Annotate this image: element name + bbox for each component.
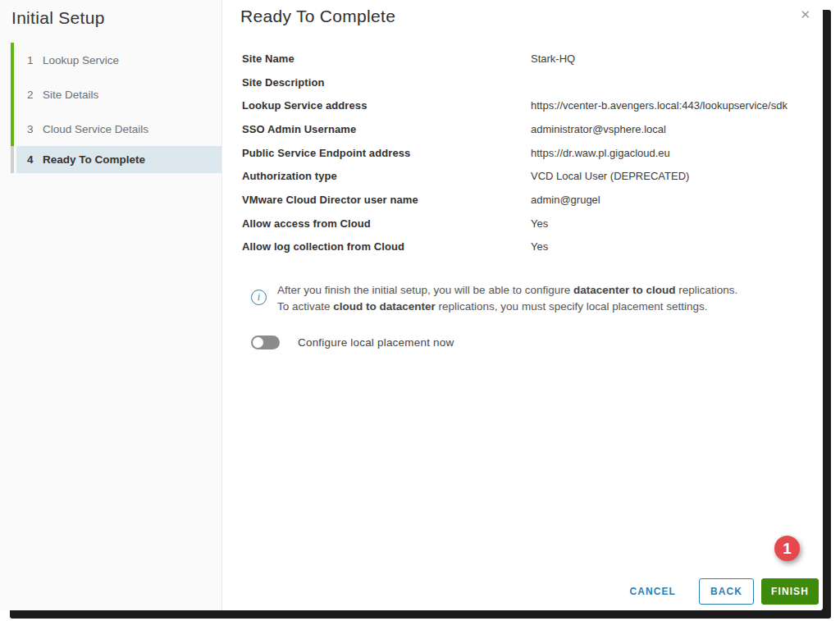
- summary-value: VCD Local User (DEPRECATED): [531, 170, 806, 182]
- summary-label: Site Name: [242, 53, 531, 65]
- step-number: 2: [27, 89, 43, 101]
- wizard-step-site-details[interactable]: 2Site Details: [16, 77, 221, 112]
- step-label: Ready To Complete: [43, 153, 145, 166]
- screen: Initial Setup 1Lookup Service2Site Detai…: [0, 0, 840, 621]
- summary-row: Allow access from CloudYes: [242, 212, 806, 235]
- wizard-footer: CANCEL BACK FINISH: [618, 578, 819, 605]
- summary-label: Public Service Endpoint address: [242, 147, 531, 159]
- summary-label: SSO Admin Username: [242, 123, 531, 135]
- step-label: Cloud Service Details: [43, 123, 148, 135]
- summary-value: Yes: [531, 217, 806, 230]
- step-label: Lookup Service: [43, 54, 119, 66]
- summary-row: Allow log collection from CloudYes: [242, 235, 806, 259]
- step-label: Site Details: [43, 89, 98, 101]
- info-note: i After you finish the initial setup, yo…: [251, 282, 764, 315]
- info-note-text: After you finish the initial setup, you …: [277, 282, 737, 315]
- summary-label: Site Description: [242, 76, 531, 89]
- step-number: 3: [27, 123, 43, 135]
- page-title: Ready To Complete: [222, 0, 823, 26]
- initial-setup-wizard-dialog: Initial Setup 1Lookup Service2Site Detai…: [0, 0, 823, 610]
- info-note-line1: After you finish the initial setup, you …: [277, 282, 737, 299]
- step-number: 4: [27, 153, 43, 166]
- wizard-title: Initial Setup: [0, 0, 221, 28]
- back-button[interactable]: BACK: [699, 578, 754, 605]
- summary-label: Authorization type: [242, 170, 531, 182]
- summary-value: https://dr.waw.pl.gigacloud.eu: [531, 147, 806, 159]
- progress-bar-completed: [11, 43, 14, 146]
- cancel-button[interactable]: CANCEL: [618, 578, 687, 605]
- summary-label: VMware Cloud Director user name: [242, 194, 531, 206]
- wizard-step-lookup-service[interactable]: 1Lookup Service: [16, 43, 221, 77]
- annotation-badge-1: 1: [774, 536, 800, 561]
- wizard-step-cloud-service-details[interactable]: 3Cloud Service Details: [16, 112, 221, 146]
- wizard-steps: 1Lookup Service2Site Details3Cloud Servi…: [0, 43, 221, 173]
- summary-label: Allow log collection from Cloud: [242, 240, 531, 253]
- finish-button[interactable]: FINISH: [761, 578, 819, 605]
- summary-row: Lookup Service addresshttps://vcenter-b.…: [242, 94, 806, 117]
- summary-label: Allow access from Cloud: [242, 217, 531, 230]
- summary-list: Site NameStark-HQSite DescriptionLookup …: [242, 47, 806, 258]
- progress-bar-current: [11, 146, 14, 173]
- summary-value: admin@grugel: [531, 194, 806, 206]
- summary-label: Lookup Service address: [242, 99, 531, 112]
- configure-local-placement-toggle[interactable]: [251, 336, 280, 349]
- info-note-line2: To activate cloud to datacenter replicat…: [277, 299, 737, 315]
- toggle-label: Configure local placement now: [298, 336, 454, 349]
- info-icon: i: [251, 290, 267, 305]
- wizard-step-ready-to-complete[interactable]: 4Ready To Complete: [16, 146, 221, 173]
- summary-value: administrator@vsphere.local: [531, 123, 806, 135]
- step-number: 1: [27, 54, 43, 66]
- summary-row: SSO Admin Usernameadministrator@vsphere.…: [242, 117, 806, 141]
- summary-row: VMware Cloud Director user nameadmin@gru…: [242, 188, 806, 212]
- close-icon[interactable]: ✕: [798, 7, 812, 22]
- summary-value: Stark-HQ: [531, 53, 806, 65]
- wizard-content-panel: Ready To Complete ✕ Site NameStark-HQSit…: [222, 0, 823, 610]
- summary-value: https://vcenter-b.avengers.local:443/loo…: [531, 99, 806, 112]
- local-placement-toggle-row: Configure local placement now: [251, 336, 454, 349]
- wizard-sidebar: Initial Setup 1Lookup Service2Site Detai…: [0, 0, 222, 610]
- summary-row: Public Service Endpoint addresshttps://d…: [242, 141, 806, 165]
- summary-row: Site Description: [242, 71, 806, 94]
- summary-row: Site NameStark-HQ: [242, 47, 806, 71]
- summary-value: Yes: [531, 240, 806, 253]
- summary-row: Authorization typeVCD Local User (DEPREC…: [242, 164, 806, 188]
